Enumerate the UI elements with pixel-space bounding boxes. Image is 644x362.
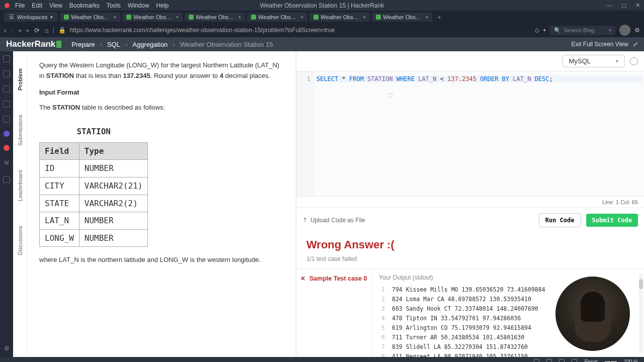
panel-icon[interactable] bbox=[3, 70, 10, 77]
zoom-slider[interactable]: ━●━━ bbox=[605, 359, 617, 363]
browser-tab[interactable]: Weather Observation Stati▾ bbox=[309, 13, 370, 22]
chevron-down-icon: ▾ bbox=[426, 15, 428, 20]
panel-icon[interactable] bbox=[3, 55, 10, 62]
profile-avatar[interactable] bbox=[619, 25, 630, 36]
chevron-down-icon: ▾ bbox=[238, 15, 241, 20]
tab-title: Weather Observation Stati bbox=[71, 14, 111, 20]
minimize-icon[interactable]: — bbox=[607, 2, 612, 9]
table-row: CITYVARCHAR2(21) bbox=[40, 177, 148, 195]
submit-code-button[interactable]: Submit Code bbox=[586, 214, 638, 227]
bookmark-icon[interactable]: ◇ bbox=[535, 27, 539, 34]
table-row: LONG_WNUMBER bbox=[40, 229, 148, 247]
panel-icon[interactable]: w bbox=[5, 159, 9, 166]
output-row: 8411 Negreet LA 98.97071940 105.33761150 bbox=[379, 352, 638, 357]
code-line: SELECT * FROM STATION WHERE LAT_N < 137.… bbox=[316, 75, 642, 82]
browser-tab[interactable]: Weather Observation Stati▾ bbox=[122, 13, 183, 22]
hamburger-icon: ☰ bbox=[9, 14, 14, 20]
hackerrank-logo[interactable]: HackerRank bbox=[6, 39, 61, 49]
panel-icon[interactable] bbox=[572, 359, 577, 363]
home-icon[interactable]: ⌂ bbox=[45, 27, 49, 34]
tab-problem[interactable]: Problem bbox=[17, 56, 23, 103]
page-header: HackerRank Prepare › SQL › Aggregation ›… bbox=[0, 37, 644, 51]
breadcrumb-prepare[interactable]: Prepare bbox=[71, 41, 95, 48]
rewind-icon[interactable]: « bbox=[19, 28, 22, 33]
menu-view[interactable]: View bbox=[49, 2, 62, 9]
chevron-down-icon: ▾ bbox=[50, 15, 53, 20]
zoom-level: 100 % bbox=[624, 359, 638, 363]
menu-help[interactable]: Help bbox=[156, 2, 169, 9]
fastforward-icon[interactable]: » bbox=[26, 28, 29, 33]
table-header: Type bbox=[79, 142, 148, 160]
browser-tab[interactable]: Weather Observation Stati▾ bbox=[372, 13, 432, 22]
exit-fullscreen-button[interactable]: Exit Full Screen View ⤢ bbox=[572, 41, 638, 48]
window-titlebar: File Edit View Bookmarks Tools Window He… bbox=[0, 0, 644, 11]
reset-button[interactable]: Reset bbox=[584, 359, 597, 363]
language-select[interactable]: MySQL ▾ bbox=[562, 55, 625, 67]
panel-icon[interactable] bbox=[4, 145, 10, 151]
menu-window[interactable]: Window bbox=[128, 2, 149, 9]
browser-tab[interactable]: Weather Observation Stati▾ bbox=[247, 13, 307, 22]
station-schema-table: STATION FieldType IDNUMBER CITYVARCHAR2(… bbox=[39, 121, 148, 247]
panel-icon[interactable] bbox=[3, 116, 10, 123]
run-code-button[interactable]: Run Code bbox=[539, 213, 581, 227]
workspaces-button[interactable]: ☰ Workspaces ▾ bbox=[4, 12, 58, 22]
settings-icon[interactable] bbox=[630, 57, 638, 65]
problem-side-tabs: Problem Submissions Leaderboard Discussi… bbox=[13, 51, 27, 357]
menu-edit[interactable]: Edit bbox=[32, 2, 42, 9]
panel-icon[interactable] bbox=[4, 131, 10, 137]
browser-tab[interactable]: Weather Observation Stati▾ bbox=[60, 13, 120, 22]
menu-bookmarks[interactable]: Bookmarks bbox=[69, 2, 100, 9]
settings-icon[interactable]: ⚙ bbox=[4, 345, 10, 352]
breadcrumb-sql[interactable]: SQL bbox=[107, 41, 120, 48]
table-row: LAT_NNUMBER bbox=[40, 212, 148, 230]
extensions-icon[interactable]: ⚙ bbox=[634, 27, 640, 34]
testcase-label: Sample Test case 0 bbox=[309, 275, 367, 282]
close-icon[interactable]: ✕ bbox=[635, 2, 640, 9]
panel-add-icon[interactable] bbox=[3, 176, 10, 183]
new-tab-button[interactable]: + bbox=[434, 13, 444, 21]
panel-icon[interactable] bbox=[534, 359, 539, 363]
panel-icon[interactable] bbox=[559, 359, 565, 363]
lock-icon: 🔒 bbox=[58, 27, 66, 34]
chevron-down-icon: ▾ bbox=[176, 15, 179, 20]
testcase-item[interactable]: ✕ Sample Test case 0 bbox=[300, 275, 368, 282]
chevron-right-icon: › bbox=[100, 41, 102, 48]
tab-favicon bbox=[64, 15, 69, 20]
search-input[interactable]: 🔍 Search Bing ▾ bbox=[550, 26, 615, 35]
panel-icon[interactable] bbox=[3, 85, 10, 93]
tab-favicon bbox=[251, 15, 256, 20]
code-editor[interactable]: 1 SELECT * FROM STATION WHERE LAT_N < 13… bbox=[296, 71, 644, 196]
chevron-down-icon[interactable]: ▾ bbox=[543, 28, 546, 33]
menu-tools[interactable]: Tools bbox=[107, 2, 121, 9]
browser-tab[interactable]: Weather Observation Stati▾ bbox=[185, 13, 245, 22]
tab-title: Weather Observation Stati bbox=[383, 14, 423, 20]
menu-file[interactable]: File bbox=[15, 2, 25, 9]
browser-bottombar: Reset ━●━━ 100 % bbox=[0, 357, 644, 362]
breadcrumb-current: Weather Observation Station 15 bbox=[180, 41, 273, 48]
breadcrumb-aggregation[interactable]: Aggregation bbox=[132, 41, 168, 48]
code-panel: MySQL ▾ 1 SELECT * FROM STATION WHERE LA… bbox=[296, 51, 644, 357]
tab-title: Weather Observation Stati bbox=[258, 14, 298, 20]
scrollbar[interactable] bbox=[639, 273, 643, 353]
problem-text: that is less than bbox=[74, 72, 123, 79]
reload-icon[interactable]: ⟳ bbox=[34, 27, 40, 34]
input-format-heading: Input Format bbox=[39, 87, 284, 98]
breadcrumb: Prepare › SQL › Aggregation › Weather Ob… bbox=[71, 41, 273, 48]
chevron-down-icon: ▾ bbox=[301, 15, 303, 20]
back-icon[interactable]: ‹ bbox=[4, 27, 6, 34]
logo-square-icon bbox=[56, 41, 61, 48]
maximize-icon[interactable]: ▢ bbox=[621, 2, 626, 9]
problem-text: where LAT_N is the northern latitude and… bbox=[39, 255, 284, 265]
tab-submissions[interactable]: Submissions bbox=[17, 103, 23, 158]
upload-label: Upload Code as File bbox=[310, 217, 365, 224]
problem-text: . Round your answer to bbox=[150, 72, 220, 79]
upload-code-link[interactable]: ⇡ Upload Code as File bbox=[302, 217, 365, 224]
action-bar: ⇡ Upload Code as File Run Code Submit Co… bbox=[296, 207, 644, 232]
url-text[interactable]: https://www.hackerrank.com/challenges/we… bbox=[70, 27, 531, 34]
scrollbar-thumb[interactable] bbox=[639, 279, 643, 289]
tab-leaderboard[interactable]: Leaderboard bbox=[17, 158, 23, 213]
forward-icon[interactable]: › bbox=[11, 27, 13, 34]
tab-discussions[interactable]: Discussions bbox=[17, 214, 23, 267]
panel-icon[interactable] bbox=[3, 101, 10, 108]
panel-icon[interactable] bbox=[546, 359, 552, 363]
